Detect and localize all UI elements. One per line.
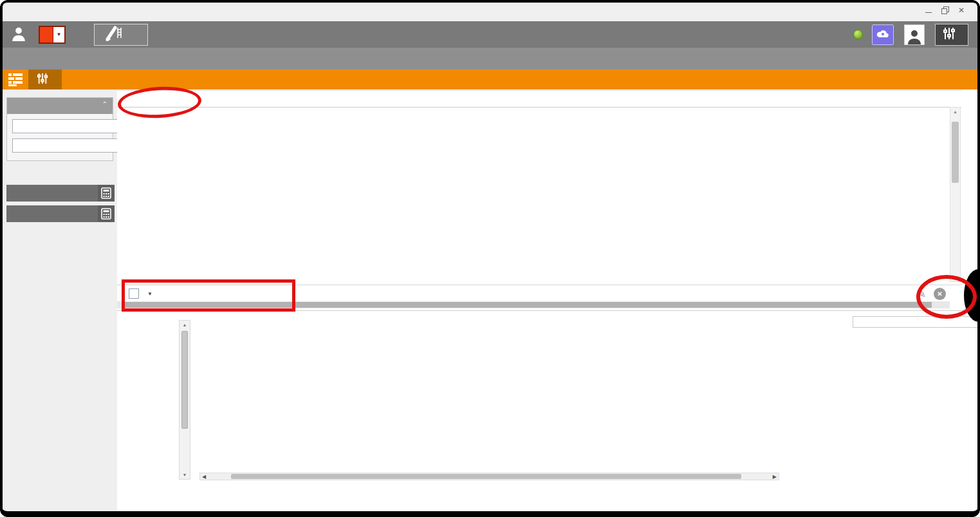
user-silhouette-icon <box>10 25 27 44</box>
filter-checkbox[interactable] <box>129 288 139 299</box>
table-header-row <box>117 90 961 108</box>
workspace-dropdown-arrow[interactable]: ▼ <box>53 27 64 42</box>
ribbon-bar <box>3 70 977 89</box>
results-table <box>117 90 961 285</box>
scroll-right-icon: ▶ <box>773 474 777 480</box>
main-toolbar: ▼ <box>3 21 977 48</box>
connection-status-indicator <box>853 30 863 39</box>
close-button[interactable]: ✕ <box>958 6 966 14</box>
grid-view-icon[interactable] <box>3 70 28 89</box>
scroll-up-icon: ▲ <box>180 323 190 327</box>
settings-button[interactable] <box>935 24 968 46</box>
max-varcoeff-input[interactable] <box>12 138 124 153</box>
calculate-vc7-button[interactable] <box>6 185 115 202</box>
scroll-left-icon: ◀ <box>202 474 206 480</box>
restore-button[interactable] <box>941 6 949 14</box>
sliders-icon <box>37 73 48 87</box>
workspace-value <box>40 27 53 42</box>
scrollbar-thumb <box>231 474 741 479</box>
title-bar: ✕ <box>3 3 977 21</box>
scroll-down-icon: ▼ <box>180 473 190 477</box>
periods-input[interactable] <box>12 119 124 133</box>
filter-row: ▼ ✎ ✕ <box>117 285 961 302</box>
minimize-button[interactable] <box>925 6 932 14</box>
cloud-icon <box>876 29 889 41</box>
sidebar: ⌃ ▲▼ <box>3 89 117 511</box>
scroll-up-icon: ▲ <box>950 109 960 114</box>
options-panel-header[interactable]: ⌃ <box>7 98 113 114</box>
playground-mode-button[interactable] <box>94 24 148 46</box>
clear-filter-icon[interactable]: ✕ <box>934 288 946 300</box>
calculate-vc28-button[interactable] <box>6 205 115 222</box>
scrollbar-thumb <box>952 122 959 183</box>
table-horizontal-scrollbar[interactable] <box>117 301 950 308</box>
options-panel: ⌃ ▲▼ <box>6 97 113 161</box>
app-window: ✕ ▼ <box>0 0 980 517</box>
scrollbar-thumb <box>181 331 188 429</box>
calculator-icon <box>98 205 115 222</box>
ribbon-options-button[interactable] <box>28 70 62 89</box>
vc-chart-panel: ▲ ▼ ◀ ▶ <box>117 314 977 511</box>
filter-dropdown-icon[interactable]: ▼ <box>147 291 153 297</box>
cloud-sync-button[interactable] <box>872 24 894 45</box>
collapse-chevron-icon[interactable]: ⌃ <box>102 100 107 108</box>
sliders-icon <box>943 27 955 42</box>
main-nav <box>3 48 977 70</box>
calculator-icon <box>98 185 115 202</box>
section-divider <box>117 310 977 311</box>
workspace-selector[interactable]: ▼ <box>39 26 66 44</box>
slide-icon <box>105 26 124 44</box>
scrollbar-thumb <box>122 302 932 308</box>
edit-filter-icon[interactable]: ✎ <box>917 287 926 300</box>
user-avatar[interactable] <box>904 24 925 45</box>
chart-vertical-scrollbar[interactable]: ▲ ▼ <box>179 320 190 480</box>
table-vertical-scrollbar[interactable]: ▲ <box>950 107 961 282</box>
table-body <box>117 108 961 285</box>
chart-horizontal-scrollbar[interactable]: ◀ ▶ <box>199 473 779 480</box>
chart-legend <box>853 316 980 328</box>
